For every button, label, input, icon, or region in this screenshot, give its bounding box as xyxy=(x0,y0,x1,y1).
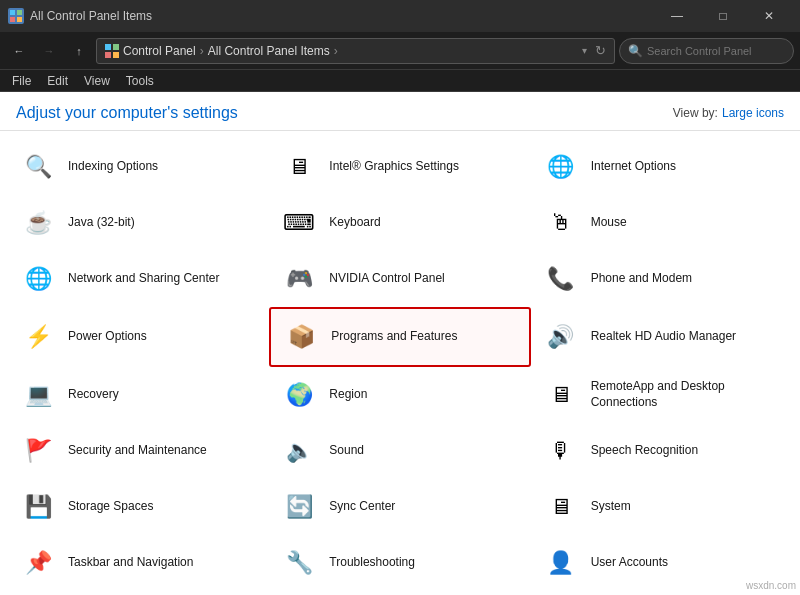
item-label-speech-recognition: Speech Recognition xyxy=(591,443,698,459)
grid-item-troubleshooting[interactable]: 🔧Troubleshooting xyxy=(269,535,530,591)
svg-rect-0 xyxy=(10,10,15,15)
forward-button[interactable]: → xyxy=(36,38,62,64)
svg-rect-3 xyxy=(17,17,22,22)
path-sep-1: › xyxy=(200,44,204,58)
item-label-network-sharing: Network and Sharing Center xyxy=(68,271,219,287)
item-label-java: Java (32-bit) xyxy=(68,215,135,231)
path-sep-2: › xyxy=(334,44,338,58)
grid-item-intel-graphics[interactable]: 🖥Intel® Graphics Settings xyxy=(269,139,530,195)
content-header: Adjust your computer's settings View by:… xyxy=(0,92,800,131)
dropdown-icon[interactable]: ▾ xyxy=(582,45,587,56)
item-label-sync-center: Sync Center xyxy=(329,499,395,515)
address-bar: ← → ↑ Control Panel › All Control Panel … xyxy=(0,32,800,70)
item-label-indexing-options: Indexing Options xyxy=(68,159,158,175)
svg-rect-5 xyxy=(113,44,119,50)
refresh-icon[interactable]: ↻ xyxy=(595,43,606,58)
grid-item-java[interactable]: ☕Java (32-bit) xyxy=(8,195,269,251)
item-icon-intel-graphics: 🖥 xyxy=(279,147,319,187)
item-label-mouse: Mouse xyxy=(591,215,627,231)
grid-item-realtek-audio[interactable]: 🔊Realtek HD Audio Manager xyxy=(531,307,792,367)
item-icon-user-accounts: 👤 xyxy=(541,543,581,583)
svg-rect-1 xyxy=(17,10,22,15)
minimize-button[interactable]: — xyxy=(654,0,700,32)
item-icon-storage-spaces: 💾 xyxy=(18,487,58,527)
menu-edit[interactable]: Edit xyxy=(39,72,76,90)
grid-item-windows-togo[interactable]: 💿Windows To Go xyxy=(531,591,792,595)
grid-item-internet-options[interactable]: 🌐Internet Options xyxy=(531,139,792,195)
item-label-security-maintenance: Security and Maintenance xyxy=(68,443,207,459)
grid-item-speech-recognition[interactable]: 🎙Speech Recognition xyxy=(531,423,792,479)
maximize-button[interactable]: □ xyxy=(700,0,746,32)
grid-item-nvidia-control[interactable]: 🎮NVIDIA Control Panel xyxy=(269,251,530,307)
title-bar-app-icon xyxy=(8,8,24,24)
watermark: wsxdn.com xyxy=(746,580,796,591)
item-icon-sync-center: 🔄 xyxy=(279,487,319,527)
grid-item-indexing-options[interactable]: 🔍Indexing Options xyxy=(8,139,269,195)
item-icon-indexing-options: 🔍 xyxy=(18,147,58,187)
item-icon-java: ☕ xyxy=(18,203,58,243)
control-panel-icon xyxy=(105,44,119,58)
grid-item-windows-defender[interactable]: 🛡Windows Defender xyxy=(8,591,269,595)
title-bar-text: All Control Panel Items xyxy=(30,9,152,23)
item-label-remoteapp: RemoteApp and Desktop Connections xyxy=(591,379,782,410)
grid-item-phone-modem[interactable]: 📞Phone and Modem xyxy=(531,251,792,307)
path-segment-1: Control Panel xyxy=(123,44,196,58)
menu-tools[interactable]: Tools xyxy=(118,72,162,90)
item-icon-realtek-audio: 🔊 xyxy=(541,317,581,357)
item-label-recovery: Recovery xyxy=(68,387,119,403)
svg-rect-4 xyxy=(105,44,111,50)
item-icon-security-maintenance: 🚩 xyxy=(18,431,58,471)
search-box[interactable]: 🔍 xyxy=(619,38,794,64)
svg-rect-6 xyxy=(105,52,111,58)
grid-item-region[interactable]: 🌍Region xyxy=(269,367,530,423)
item-icon-keyboard: ⌨ xyxy=(279,203,319,243)
grid-item-taskbar-navigation[interactable]: 📌Taskbar and Navigation xyxy=(8,535,269,591)
menu-file[interactable]: File xyxy=(4,72,39,90)
item-icon-recovery: 💻 xyxy=(18,375,58,415)
item-label-keyboard: Keyboard xyxy=(329,215,380,231)
grid-item-security-maintenance[interactable]: 🚩Security and Maintenance xyxy=(8,423,269,479)
item-label-user-accounts: User Accounts xyxy=(591,555,668,571)
item-label-sound: Sound xyxy=(329,443,364,459)
address-path[interactable]: Control Panel › All Control Panel Items … xyxy=(96,38,615,64)
grid-item-storage-spaces[interactable]: 💾Storage Spaces xyxy=(8,479,269,535)
item-icon-troubleshooting: 🔧 xyxy=(279,543,319,583)
grid-item-keyboard[interactable]: ⌨Keyboard xyxy=(269,195,530,251)
title-bar-controls: — □ ✕ xyxy=(654,0,792,32)
svg-rect-2 xyxy=(10,17,15,22)
grid-item-recovery[interactable]: 💻Recovery xyxy=(8,367,269,423)
search-icon: 🔍 xyxy=(628,44,643,58)
grid-item-sync-center[interactable]: 🔄Sync Center xyxy=(269,479,530,535)
item-label-power-options: Power Options xyxy=(68,329,147,345)
close-button[interactable]: ✕ xyxy=(746,0,792,32)
view-by-label: View by: xyxy=(673,106,718,120)
menu-bar: File Edit View Tools xyxy=(0,70,800,92)
up-button[interactable]: ↑ xyxy=(66,38,92,64)
item-label-programs-features: Programs and Features xyxy=(331,329,457,345)
item-label-taskbar-navigation: Taskbar and Navigation xyxy=(68,555,193,571)
item-label-phone-modem: Phone and Modem xyxy=(591,271,692,287)
item-icon-region: 🌍 xyxy=(279,375,319,415)
back-button[interactable]: ← xyxy=(6,38,32,64)
search-input[interactable] xyxy=(647,45,785,57)
view-by-option[interactable]: Large icons xyxy=(722,106,784,120)
items-grid: 🔍Indexing Options🖥Intel® Graphics Settin… xyxy=(0,131,800,595)
page-title: Adjust your computer's settings xyxy=(16,104,238,122)
item-icon-sound: 🔈 xyxy=(279,431,319,471)
item-label-region: Region xyxy=(329,387,367,403)
item-icon-remoteapp: 🖥 xyxy=(541,375,581,415)
grid-item-remoteapp[interactable]: 🖥RemoteApp and Desktop Connections xyxy=(531,367,792,423)
grid-item-system[interactable]: 🖥System xyxy=(531,479,792,535)
grid-item-network-sharing[interactable]: 🌐Network and Sharing Center xyxy=(8,251,269,307)
item-label-system: System xyxy=(591,499,631,515)
grid-item-windows-mobility[interactable]: 📱Windows Mobility Center xyxy=(269,591,530,595)
menu-view[interactable]: View xyxy=(76,72,118,90)
grid-item-programs-features[interactable]: 📦Programs and Features xyxy=(269,307,530,367)
grid-item-mouse[interactable]: 🖱Mouse xyxy=(531,195,792,251)
item-icon-speech-recognition: 🎙 xyxy=(541,431,581,471)
item-label-nvidia-control: NVIDIA Control Panel xyxy=(329,271,444,287)
grid-item-sound[interactable]: 🔈Sound xyxy=(269,423,530,479)
item-icon-mouse: 🖱 xyxy=(541,203,581,243)
item-icon-taskbar-navigation: 📌 xyxy=(18,543,58,583)
grid-item-power-options[interactable]: ⚡Power Options xyxy=(8,307,269,367)
